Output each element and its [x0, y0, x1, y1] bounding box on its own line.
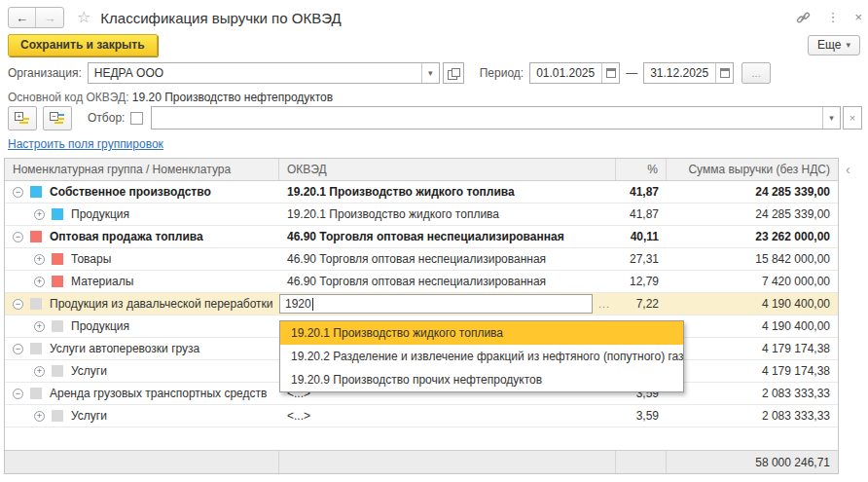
collapse-node-icon[interactable]: − — [13, 187, 23, 198]
collapse-all-groups-button[interactable]: − — [43, 106, 72, 130]
period-to-field[interactable]: 31.12.2025 — [643, 62, 734, 84]
organization-field[interactable]: НЕДРА ООО ▾ — [88, 62, 440, 84]
period-from-calendar-button[interactable] — [601, 63, 619, 83]
percent-cell[interactable]: 41,87 — [616, 204, 667, 225]
nomenclature-cell[interactable]: +Материалы — [5, 271, 279, 292]
panel-collapse-icon[interactable]: ‹ — [846, 162, 850, 177]
collapse-node-icon[interactable]: − — [13, 344, 23, 354]
filter-checkbox[interactable] — [130, 112, 143, 125]
header-form-row: Организация: НЕДРА ООО ▾ Период: 01.01.2… — [8, 61, 771, 84]
percent-cell[interactable]: 3,59 — [616, 405, 667, 426]
nomenclature-cell[interactable]: +Продукция — [5, 204, 279, 225]
nomenclature-cell[interactable]: −Услуги автоперевозки груза — [5, 338, 279, 359]
forward-button[interactable]: → — [36, 8, 63, 27]
percent-cell[interactable]: 40,11 — [616, 226, 667, 247]
nomenclature-name: Оптовая продажа топлива — [50, 230, 203, 243]
sum-cell[interactable]: 4 179 174,38 — [667, 360, 838, 382]
expand-all-groups-button[interactable]: + — [8, 106, 37, 130]
back-button[interactable]: ← — [9, 8, 36, 27]
table-row[interactable]: −Продукция из давальческой переработки19… — [5, 293, 838, 315]
nomenclature-cell[interactable]: −Продукция из давальческой переработки — [5, 293, 279, 315]
okved-cell[interactable]: 46.90 Торговля оптовая неспециализирован… — [279, 271, 616, 292]
group-color-swatch — [52, 410, 63, 422]
column-header-okved[interactable]: ОКВЭД — [279, 159, 616, 180]
nomenclature-cell[interactable]: +Товары — [5, 248, 279, 270]
okved-suggestion-item[interactable]: 19.20.2 Разделение и извлечение фракций … — [280, 345, 683, 368]
open-form-icon — [448, 68, 458, 78]
percent-cell[interactable]: 7,22 — [616, 293, 667, 315]
back-icon: ← — [16, 11, 28, 25]
more-menu-dots-icon[interactable]: ⋮ — [826, 11, 839, 24]
table-row[interactable]: +Материалы46.90 Торговля оптовая неспеци… — [5, 271, 838, 293]
sum-cell[interactable]: 24 285 339,00 — [667, 204, 838, 225]
table-row[interactable]: −Оптовая продажа топлива46.90 Торговля о… — [5, 226, 838, 248]
sum-cell[interactable]: 15 842 000,00 — [667, 248, 838, 270]
organization-value: НЕДРА ООО — [89, 66, 421, 80]
group-color-swatch — [52, 276, 63, 287]
group-color-swatch — [30, 186, 42, 198]
okved-cell[interactable]: <...> — [279, 405, 616, 426]
save-and-close-button[interactable]: Сохранить и закрыть — [8, 34, 158, 56]
collapse-node-icon[interactable]: − — [13, 232, 23, 242]
nomenclature-cell[interactable]: +Продукция — [5, 315, 279, 337]
sum-cell[interactable]: 23 262 000,00 — [667, 226, 838, 247]
table-row[interactable]: +Товары46.90 Торговля оптовая неспециали… — [5, 248, 838, 271]
main-okved-value: 19.20 Производство нефтепродуктов — [132, 91, 333, 104]
okved-edit-input[interactable]: 1920 — [279, 294, 593, 314]
nomenclature-name: Материалы — [71, 275, 133, 288]
nomenclature-cell[interactable]: −Аренда грузовых транспортных средств — [5, 383, 279, 404]
sum-cell[interactable]: 4 190 400,00 — [667, 293, 838, 315]
expand-node-icon[interactable]: + — [34, 254, 45, 265]
sum-cell[interactable]: 24 285 339,00 — [667, 181, 838, 203]
okved-cell[interactable]: 19.20.1 Производство жидкого топлива — [279, 181, 616, 203]
column-header-sum[interactable]: Сумма выручки (без НДС) — [667, 159, 838, 180]
filter-clear-button[interactable]: × — [843, 106, 862, 130]
okved-suggestion-item[interactable]: 19.20.1 Производство жидкого топлива — [280, 321, 683, 345]
percent-cell[interactable]: 12,79 — [616, 271, 667, 292]
expand-node-icon[interactable]: + — [34, 209, 45, 220]
sum-cell[interactable]: 4 179 174,38 — [667, 338, 838, 359]
collapse-node-icon[interactable]: − — [13, 299, 23, 310]
nomenclature-cell[interactable]: −Собственное производство — [5, 181, 279, 203]
nomenclature-cell[interactable]: −Оптовая продажа топлива — [5, 226, 279, 247]
period-variants-button[interactable]: ... — [741, 62, 771, 84]
close-window-icon[interactable]: × — [854, 11, 862, 24]
sum-cell[interactable]: 7 420 000,00 — [667, 271, 838, 292]
organization-open-button[interactable] — [443, 62, 464, 84]
percent-cell[interactable]: 27,31 — [616, 248, 667, 270]
organization-dropdown-icon[interactable]: ▾ — [421, 63, 439, 83]
filter-dropdown-icon[interactable]: ▾ — [822, 107, 840, 129]
okved-suggestion-item[interactable]: 19.20.9 Производство прочих нефтепродукт… — [280, 368, 683, 391]
more-button[interactable]: Еще ▾ — [808, 35, 860, 56]
nomenclature-cell[interactable]: +Услуги — [5, 360, 279, 382]
sum-cell[interactable]: 2 083 333,33 — [667, 383, 838, 404]
percent-cell[interactable]: 41,87 — [616, 181, 667, 203]
okved-cell[interactable]: 46.90 Торговля оптовая неспециализирован… — [279, 226, 616, 247]
okved-choose-button[interactable]: ... — [593, 298, 616, 310]
nomenclature-cell[interactable]: +Услуги — [5, 405, 279, 426]
sum-cell[interactable]: 4 190 400,00 — [667, 315, 838, 337]
nomenclature-name: Продукция — [71, 319, 129, 333]
expand-node-icon[interactable]: + — [34, 277, 45, 287]
okved-cell[interactable]: 1920... — [279, 293, 616, 315]
expand-node-icon[interactable]: + — [34, 411, 45, 422]
okved-cell[interactable]: 46.90 Торговля оптовая неспециализирован… — [279, 248, 616, 270]
table-row[interactable]: +Услуги<...>3,592 083 333,33 — [5, 405, 838, 427]
period-to-calendar-button[interactable] — [715, 63, 733, 83]
favorite-star-icon[interactable]: ☆ — [77, 10, 90, 25]
setup-grouping-fields-link[interactable]: Настроить поля группировок — [8, 137, 163, 151]
period-from-field[interactable]: 01.01.2025 — [529, 62, 620, 84]
column-header-percent[interactable]: % — [616, 159, 667, 180]
collapse-node-icon[interactable]: − — [13, 389, 23, 399]
table-row[interactable]: +Продукция19.20.1 Производство жидкого т… — [5, 204, 838, 226]
okved-cell[interactable]: 19.20.1 Производство жидкого топлива — [279, 204, 616, 225]
filter-input[interactable]: ▾ — [151, 106, 841, 130]
get-link-icon[interactable] — [796, 11, 811, 25]
sum-cell[interactable]: 2 083 333,33 — [667, 405, 838, 426]
filter-toolbar: + − Отбор: ▾ × — [8, 105, 862, 130]
expand-groups-icon: + — [15, 111, 30, 126]
column-header-nomenclature[interactable]: Номенклатурная группа / Номенклатура — [5, 159, 279, 180]
expand-node-icon[interactable]: + — [34, 366, 45, 377]
table-row[interactable]: −Собственное производство19.20.1 Произво… — [5, 181, 838, 204]
expand-node-icon[interactable]: + — [34, 321, 45, 332]
